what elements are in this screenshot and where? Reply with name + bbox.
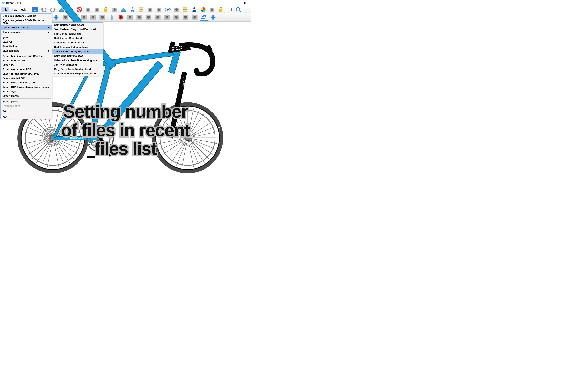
fork-icon[interactable]: [84, 6, 92, 13]
fork2-icon[interactable]: [80, 14, 88, 21]
svg-point-19: [149, 9, 151, 11]
bars-icon[interactable]: [135, 14, 143, 21]
menu-print[interactable]: Print: [0, 109, 52, 113]
block-icon[interactable]: [217, 6, 225, 13]
menu-export-morph[interactable]: Export Morph: [0, 94, 52, 98]
menu-open-web[interactable]: Open design from BCAD file on the Web: [0, 18, 52, 25]
frameoutline-icon[interactable]: [200, 14, 208, 21]
overlay-caption: Setting number of files in recent files …: [61, 102, 190, 158]
recent-file-item[interactable]: Gary Barth Track Tandem.bcad: [52, 67, 103, 71]
chain-icon[interactable]: [172, 14, 181, 21]
menu-save-as[interactable]: Save As: [0, 40, 52, 44]
svg-rect-3: [235, 2, 237, 4]
reset-icon[interactable]: [75, 6, 84, 13]
menu-export-bitmap[interactable]: Export Bitmap (BMP, JPG, PNG): [0, 72, 52, 76]
svg-point-62: [175, 16, 178, 19]
crank-icon[interactable]: [163, 14, 171, 21]
svg-point-47: [101, 16, 104, 19]
menu-export-multi-pdf[interactable]: Export multi-model PDF: [0, 67, 52, 72]
menu-file[interactable]: File: [1, 7, 10, 12]
menu-save[interactable]: Save: [0, 35, 52, 40]
svg-point-56: [147, 16, 150, 19]
svg-point-10: [87, 9, 89, 11]
recent-file-item[interactable]: Sam Carleton Cargo.bcad: [52, 23, 103, 27]
gear-icon[interactable]: [208, 6, 216, 13]
svg-point-58: [156, 16, 159, 19]
app-icon: [1, 2, 5, 4]
menu-export-pdf[interactable]: Export PDF: [0, 63, 52, 67]
texture-icon[interactable]: [110, 6, 119, 13]
frame3-icon[interactable]: [98, 14, 107, 21]
frame2-icon[interactable]: [89, 14, 97, 21]
maximize-button[interactable]: [232, 0, 240, 6]
close-button[interactable]: [240, 0, 249, 6]
bolt-icon[interactable]: [155, 6, 163, 13]
notes-icon[interactable]: NOTE: [137, 6, 145, 13]
recent-file-item[interactable]: Connor McDavid Singlespeed.bcad: [52, 71, 103, 76]
svg-point-64: [184, 16, 187, 19]
menu-import-photo[interactable]: Import photo: [0, 99, 52, 103]
svg-point-15: [114, 9, 116, 11]
recent-file-item[interactable]: Orlando Usambara Bikepacking.bcad: [52, 58, 103, 63]
eye-icon[interactable]: [163, 6, 172, 13]
fender-icon[interactable]: [126, 14, 134, 21]
menu-exit[interactable]: Exit: [0, 114, 52, 119]
menu-save-online[interactable]: Save Online: [0, 44, 52, 48]
minimize-button[interactable]: [223, 0, 232, 6]
saddle-icon[interactable]: [52, 14, 60, 21]
recent-files-submenu: Sam Carleton Cargo.bcadSam Carleton Carg…: [52, 22, 103, 76]
rect-icon[interactable]: [226, 6, 234, 13]
undo-icon[interactable]: [40, 6, 48, 13]
menu-export-csv[interactable]: Export building specs (in CSV file): [0, 54, 52, 58]
headset-icon[interactable]: [117, 14, 125, 21]
recent-file-item[interactable]: Beth Harper Road.bcad: [52, 36, 103, 40]
svg-text:NOTE: NOTE: [183, 9, 187, 11]
dimensions-icon[interactable]: 1: [31, 6, 39, 13]
recent-file-item[interactable]: John Smith Touring Rig.bcad: [52, 49, 103, 54]
menu-open-design[interactable]: Open design from BCAD file: [0, 14, 52, 18]
window-title: BikeCAD Pro: [6, 1, 223, 4]
svg-point-43: [83, 16, 86, 19]
lock-icon[interactable]: [102, 6, 110, 13]
add-icon[interactable]: [209, 14, 217, 21]
recent-file-item[interactable]: Sam Carleton Cargo modified.bcad: [52, 27, 103, 32]
menubar: File View Help 1NOTENOTE: [0, 6, 251, 13]
pedal-icon[interactable]: [153, 14, 162, 21]
redo-icon[interactable]: [48, 6, 57, 13]
colorwheel-icon[interactable]: [199, 6, 207, 13]
menu-save-gif[interactable]: Save animated GIF: [0, 76, 52, 80]
person-icon[interactable]: [190, 6, 199, 13]
recent-file-item[interactable]: Finn Jones Road.bcad: [52, 32, 103, 36]
menu-remove-photo: Remove photo: [0, 103, 52, 108]
recent-file-item[interactable]: Jen Tyler MTB.bcad: [52, 63, 103, 67]
menu-export-standardized[interactable]: Export BCAD with standardized menus: [0, 85, 52, 89]
menu-help[interactable]: Help: [19, 7, 29, 12]
zoom-icon[interactable]: [234, 6, 243, 13]
measure-icon[interactable]: [172, 6, 181, 13]
svg-point-52: [129, 16, 132, 19]
menu-view[interactable]: View: [10, 7, 19, 12]
menu-export-freecad[interactable]: Export to FreeCAD: [0, 58, 52, 63]
handlebar: [179, 42, 217, 76]
palette-icon[interactable]: [146, 6, 154, 13]
svg-point-45: [92, 16, 95, 19]
bottle-icon[interactable]: [107, 14, 116, 21]
hub-icon[interactable]: [191, 14, 199, 21]
menu-save-template[interactable]: Save template▶: [0, 48, 52, 53]
recent-file-item[interactable]: Sally Jane Bakfiets.bcad: [52, 54, 103, 58]
brake-icon[interactable]: [181, 14, 190, 21]
frame-icon[interactable]: [93, 6, 101, 13]
menu-export-svg[interactable]: Export SVG: [0, 89, 52, 94]
note-icon[interactable]: NOTE: [181, 6, 190, 13]
titlebar: BikeCAD Pro: [0, 0, 251, 6]
svg-rect-33: [228, 8, 232, 11]
wheel-icon[interactable]: [144, 14, 153, 21]
menu-open-recent[interactable]: Open recent BCAD file▶: [0, 25, 52, 30]
window-controls: [223, 0, 249, 6]
paint2-icon[interactable]: [119, 6, 128, 13]
recent-file-item[interactable]: Carley Harper Road.bcad: [52, 40, 103, 45]
menu-export-mitre[interactable]: Export mitre template (PDF): [0, 80, 52, 85]
compass-icon[interactable]: [128, 6, 137, 13]
recent-file-item[interactable]: Carl Gregson Dirt jump.bcad: [52, 45, 103, 49]
menu-open-template[interactable]: Open template▶: [0, 30, 52, 34]
